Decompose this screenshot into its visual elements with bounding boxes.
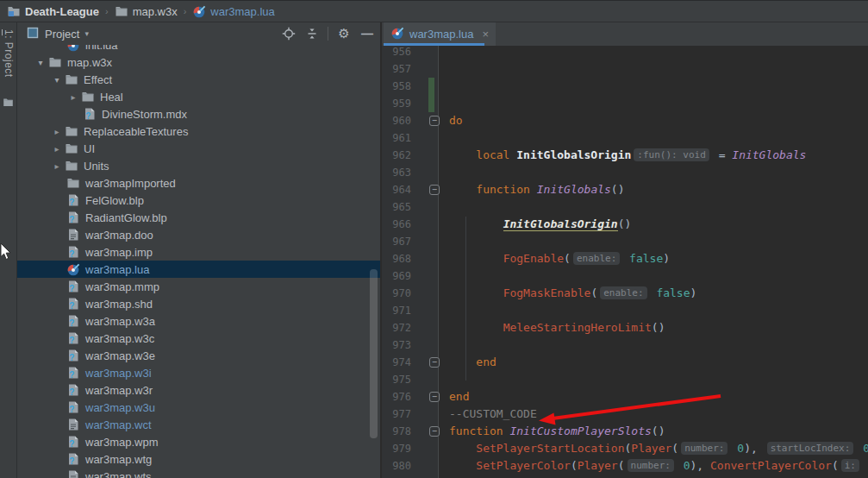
tab-war3map-lua[interactable]: war3map.lua × [384,22,496,46]
line-number[interactable]: 960 [382,112,411,129]
code-line-972[interactable]: 972 MeleeStartingHeroLimit() [382,319,868,336]
line-number[interactable]: 965 [382,198,411,216]
code-line-974[interactable]: 974− end [382,354,868,371]
line-number[interactable]: 962 [382,147,411,164]
line-number[interactable]: 974 [382,354,411,371]
line-number[interactable]: 963 [382,164,411,181]
code-line-969[interactable]: 969 [382,267,868,285]
tree-item-heal[interactable]: ▸Heal [17,88,380,105]
tree-item-radiantglow-blp[interactable]: ?RadiantGlow.blp [17,209,380,226]
line-number[interactable]: 969 [382,267,411,285]
tree-scrollbar-thumb[interactable] [370,269,378,438]
line-number[interactable]: 966 [382,216,411,233]
code-line-967[interactable]: 967 [382,233,868,250]
line-number[interactable]: 975 [382,371,411,388]
vcs-change-marker[interactable] [428,78,434,112]
tree-item-war3map-wts[interactable]: war3map.wts [17,468,380,478]
line-number[interactable]: 976 [382,388,411,406]
line-number[interactable]: 967 [382,233,411,250]
code-line-970[interactable]: 970 FogMaskEnable(enable: false) [382,285,868,302]
locate-icon[interactable] [281,26,297,41]
line-number[interactable]: 971 [382,302,411,319]
fold-end-icon[interactable]: − [429,357,440,368]
code-line-976[interactable]: 976−end [382,388,868,406]
tree-item-war3map-w3i[interactable]: ?war3map.w3i [17,364,380,381]
code-line-966[interactable]: 966 InitGlobalsOrigin() [382,216,868,233]
code-line-960[interactable]: 960−do [382,112,868,129]
code-line-959[interactable]: 959 [382,95,868,112]
line-number[interactable]: 977 [382,406,411,423]
tree-item-divinestorm-mdx[interactable]: ?DivineStorm.mdx [17,105,380,123]
tree-item-war3map-lua[interactable]: war3map.lua [17,261,380,278]
breadcrumb-item-death-league[interactable]: Death-League [5,4,101,18]
code-line-979[interactable]: 979 SetPlayerStartLocation(Player(number… [382,440,868,457]
hide-panel-icon[interactable]: — [359,26,375,41]
line-number[interactable]: 964 [382,181,411,198]
tree-item-effect[interactable]: ▾Effect [17,71,380,88]
fold-end-icon[interactable]: − [429,392,440,402]
close-icon[interactable]: × [482,28,489,41]
tree-item-map-w3x[interactable]: ▾map.w3x [17,53,380,71]
code-line-956[interactable]: 956 [382,46,868,60]
code-line-977[interactable]: 977--CUSTOM_CODE [382,406,868,423]
code-line-962[interactable]: 962 local InitGlobalsOrigin:fun(): void … [382,147,868,164]
chevron-down-icon[interactable]: ▾ [84,29,89,38]
line-number[interactable]: 956 [382,46,411,60]
fold-region-icon[interactable]: − [429,116,440,126]
breadcrumb-item-war3map-lua[interactable]: war3map.lua [190,4,276,18]
code-line-980[interactable]: 980 SetPlayerColor(Player(number: 0), Co… [382,457,868,475]
tree-item-war3map-wpm[interactable]: ?war3map.wpm [17,433,380,450]
chevron-down-icon[interactable]: ▾ [33,58,48,67]
fold-region-icon[interactable]: − [429,185,440,195]
tree-item-war3map-doo[interactable]: war3map.doo [17,226,380,243]
tree-item-war3map-wtg[interactable]: ?war3map.wtg [17,450,380,468]
tree-item-war3map-mmp[interactable]: ?war3map.mmp [17,278,380,295]
tree-item-ui[interactable]: ▸UI [17,140,380,157]
code-line-963[interactable]: 963 [382,164,868,181]
chevron-right-icon[interactable]: ▸ [49,144,65,154]
tree-item-replaceabletextures[interactable]: ▸ReplaceableTextures [17,123,380,140]
tree-item-war3map-wct[interactable]: war3map.wct [17,416,380,433]
chevron-right-icon[interactable]: ▸ [49,127,65,136]
tree-item-war3map-w3a[interactable]: ?war3map.w3a [17,312,380,330]
code-line-968[interactable]: 968 FogEnable(enable: false) [382,250,868,267]
tree-item-war3map-w3e[interactable]: ?war3map.w3e [17,347,380,364]
code-line-973[interactable]: 973 [382,336,868,354]
code-line-971[interactable]: 971 [382,302,868,319]
breadcrumb-item-map-w3x[interactable]: map.w3x [113,4,179,18]
line-number[interactable]: 978 [382,423,411,440]
line-number[interactable]: 972 [382,319,411,336]
line-number[interactable]: 968 [382,250,411,267]
chevron-right-icon[interactable]: ▸ [49,161,65,171]
settings-gear-icon[interactable]: ⚙ [336,26,352,41]
code-area[interactable]: 956957958959960−do961962 local InitGloba… [382,46,868,478]
code-line-965[interactable]: 965 [382,198,868,216]
fold-region-icon[interactable]: − [429,426,440,437]
panel-title[interactable]: Project [45,28,79,41]
code-line-958[interactable]: 958 [382,78,868,95]
code-line-964[interactable]: 964− function InitGlobals() [382,181,868,198]
line-number[interactable]: 970 [382,285,411,302]
tree-item-war3mapimported[interactable]: war3mapImported [17,174,380,192]
collapse-all-icon[interactable] [304,26,320,41]
tree-item-war3map-shd[interactable]: ?war3map.shd [17,295,380,312]
line-number[interactable]: 959 [382,95,411,112]
chevron-down-icon[interactable]: ▾ [49,75,65,85]
tree-item-war3map-w3u[interactable]: ?war3map.w3u [17,399,380,416]
line-number[interactable]: 957 [382,60,411,78]
tree-item-war3map-imp[interactable]: ?war3map.imp [17,243,380,261]
tree-item-felglow-blp[interactable]: ?FelGlow.blp [17,192,380,209]
tree-item-war3map-w3c[interactable]: ?war3map.w3c [17,330,380,347]
line-number[interactable]: 979 [382,440,411,457]
code-line-957[interactable]: 957 [382,60,868,78]
line-number[interactable]: 980 [382,457,411,475]
tool-window-button-project[interactable]: 1: Project [3,29,15,78]
line-number[interactable]: 961 [382,129,411,147]
chevron-right-icon[interactable]: ▸ [66,92,81,102]
code-line-961[interactable]: 961 [382,129,868,147]
line-number[interactable]: 973 [382,336,411,354]
line-number[interactable]: 958 [382,78,411,95]
tree-item-units[interactable]: ▸Units [17,157,380,174]
tree-item-war3map-w3r[interactable]: ?war3map.w3r [17,381,380,399]
code-line-978[interactable]: 978−function InitCustomPlayerSlots() [382,423,868,440]
